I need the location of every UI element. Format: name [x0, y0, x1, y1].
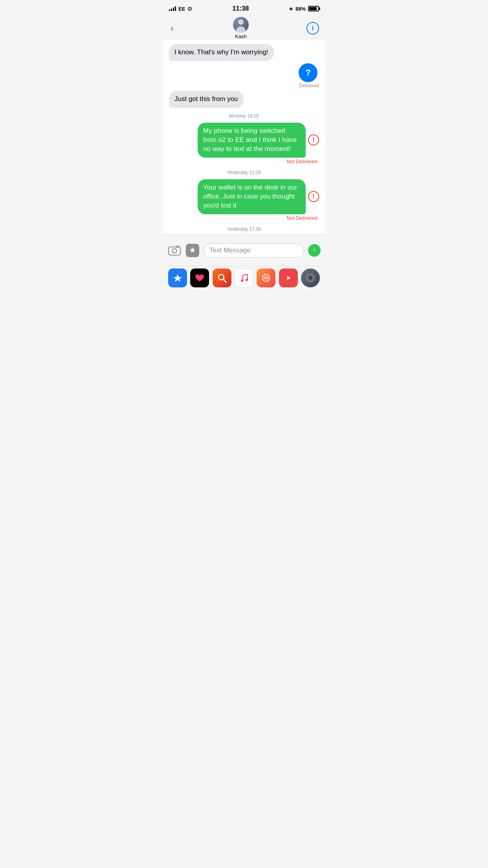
status-left: EE ⊙ [169, 6, 192, 12]
signal-bar-3 [173, 7, 174, 11]
timestamp: Yesterday 17:36 [169, 226, 319, 232]
svg-rect-2 [176, 246, 179, 248]
camera-button[interactable] [167, 243, 182, 257]
camera-icon [168, 245, 181, 256]
svg-point-11 [308, 276, 312, 280]
message-row: Just got this from you [169, 91, 319, 108]
dock-icon-claw[interactable] [257, 268, 275, 287]
message-text: Just got this from you [174, 95, 238, 103]
message-bubble: Your wallet is on the desk in our office… [198, 179, 306, 214]
message-bubble: Just got this from you [169, 91, 244, 108]
back-icon: ‹ [171, 23, 174, 33]
message-bubble: I know. That's why I'm worrying! [169, 44, 274, 61]
delivered-label: Delivered [299, 83, 319, 88]
svg-point-1 [172, 248, 177, 253]
dock-icon-music[interactable] [235, 268, 253, 287]
message-row: My phone is being switched from o2 to EE… [169, 123, 319, 164]
avatar [233, 17, 249, 33]
signal-bar-2 [171, 9, 172, 11]
sent-row: My phone is being switched from o2 to EE… [169, 123, 319, 158]
message-row: Your wallet is on the desk in our office… [169, 179, 319, 221]
error-icon: ! [308, 191, 319, 202]
message-bubble: My phone is being switched from o2 to EE… [198, 123, 306, 158]
health-icon [194, 273, 205, 283]
wifi-icon: ⊙ [187, 6, 192, 12]
dock-icon-health[interactable] [190, 268, 209, 287]
nav-bar: ‹ Kash i [163, 17, 325, 39]
appstore-icon [186, 244, 199, 257]
signal-bar-1 [169, 9, 170, 11]
message-row: ? Delivered [169, 63, 319, 88]
search-icon [217, 273, 227, 283]
contact-name: Kash [235, 33, 247, 39]
timestamp: Yesterday 11:09 [169, 170, 319, 175]
carrier-label: EE [178, 6, 185, 12]
message-input-wrap[interactable] [204, 243, 304, 257]
dock [163, 266, 325, 289]
avatar-image [233, 17, 249, 33]
question-mark: ? [305, 68, 310, 78]
nav-center[interactable]: Kash [233, 17, 249, 39]
info-button[interactable]: i [306, 22, 319, 35]
appstore-button[interactable] [185, 243, 200, 257]
message-text: Your wallet is on the desk in our office… [203, 184, 297, 209]
svg-rect-0 [169, 247, 180, 255]
info-icon: i [312, 25, 314, 32]
message-row: I know. That's why I'm worrying! [169, 44, 319, 61]
svg-point-6 [246, 279, 248, 281]
not-delivered-label: Not Delivered [286, 158, 317, 164]
appstore-dock-icon [172, 273, 183, 283]
status-right: ∗ 88% [289, 6, 319, 12]
claw-icon [261, 273, 271, 283]
status-bar: EE ⊙ 11:38 ∗ 88% [163, 0, 325, 17]
battery-icon [308, 6, 319, 11]
bluetooth-icon: ∗ [289, 6, 293, 12]
dock-icon-youtube[interactable] [279, 268, 298, 287]
message-text: My phone is being switched from o2 to EE… [203, 127, 297, 153]
music-icon [240, 273, 248, 283]
signal-bar-4 [175, 6, 176, 11]
status-time: 11:38 [232, 5, 249, 13]
battery-percent: 88% [295, 6, 306, 12]
question-bubble: ? [299, 63, 317, 82]
svg-line-4 [223, 279, 226, 282]
signal-bars [169, 6, 176, 11]
timestamp: Monday 18:25 [169, 113, 319, 119]
messages-area[interactable]: I know. That's why I'm worrying! ? Deliv… [163, 39, 325, 234]
message-input[interactable] [209, 246, 298, 254]
send-icon: ↑ [313, 246, 316, 254]
dock-icon-misc[interactable] [301, 268, 320, 287]
error-icon: ! [308, 134, 319, 145]
sent-row: Your wallet is on the desk in our office… [169, 179, 319, 214]
not-delivered-label: Not Delivered [286, 215, 317, 221]
battery-fill [309, 7, 317, 10]
appstore-svg [189, 246, 196, 254]
dock-icon-search[interactable] [213, 268, 231, 287]
dock-icon-appstore[interactable] [168, 268, 187, 287]
message-text: I know. That's why I'm worrying! [174, 48, 268, 56]
misc-icon [305, 272, 316, 283]
send-button[interactable]: ↑ [308, 244, 321, 257]
back-button[interactable]: ‹ [169, 21, 175, 35]
input-bar: ↑ [163, 234, 325, 266]
youtube-icon [283, 274, 294, 282]
svg-point-5 [241, 280, 243, 282]
